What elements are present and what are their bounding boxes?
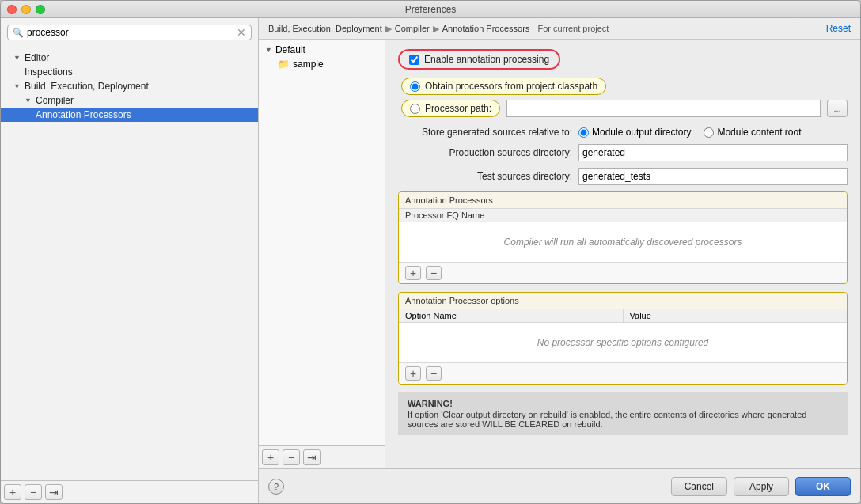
help-button[interactable]: ? [268,479,284,495]
annotation-options-box: Annotation Processor options Option Name… [398,292,848,385]
breadcrumb-part3: Annotation Processors [442,24,530,33]
profile-add-button[interactable]: + [262,449,279,465]
value-col-header: Value [624,309,848,322]
module-content-radio[interactable] [704,127,714,138]
add-processor-button[interactable]: + [405,266,421,280]
settings-panel: Enable annotation processing Obtain proc… [385,40,860,468]
profile-sample[interactable]: 📁 sample [259,57,385,71]
sidebar-bottom: + − ⇥ [1,480,258,503]
processor-empty-text: Compiler will run all automatically disc… [504,237,742,248]
browse-button[interactable]: ... [827,100,848,117]
sidebar-item-build-exec[interactable]: ▼ Build, Execution, Deployment [1,79,258,93]
sidebar-item-inspections[interactable]: Inspections [1,65,258,79]
reset-link[interactable]: Reset [826,23,851,34]
annotation-processors-body: Compiler will run all automatically disc… [399,222,847,262]
folder-icon: 📁 [278,59,290,70]
profile-arrow: ▼ [265,46,272,54]
enable-annotation-checkbox[interactable] [409,55,419,65]
close-button[interactable] [7,5,17,14]
sidebar-item-editor[interactable]: ▼ Editor [1,51,258,65]
profile-default[interactable]: ▼ Default [259,43,385,57]
option-name-col-header: Option Name [399,309,624,322]
sidebar-copy-button[interactable]: ⇥ [45,484,63,500]
enable-annotation-label: Enable annotation processing [424,54,549,65]
obtain-processors-label: Obtain processors from project classpath [425,81,597,92]
obtain-processors-highlight: Obtain processors from project classpath [401,78,606,95]
main-content: 🔍 ✕ ▼ Editor Inspections ▼ Build, Execut… [1,18,860,503]
sidebar-item-annotation-processors[interactable]: Annotation Processors [1,108,258,122]
module-output-option[interactable]: Module output directory [578,127,691,138]
action-buttons: Cancel Apply OK [671,477,851,496]
breadcrumb: Build, Execution, Deployment ▶ Compiler … [268,24,609,34]
annotation-options-bottom: + − [399,362,847,384]
obtain-processors-row: Obtain processors from project classpath [398,78,848,95]
breadcrumb-part2: Compiler [395,24,430,33]
module-output-radio[interactable] [578,127,589,138]
processor-path-highlight: Processor path: [401,100,500,117]
sidebar-remove-button[interactable]: − [25,484,42,500]
module-content-option[interactable]: Module content root [704,127,801,138]
options-table-header: Option Name Value [399,309,847,323]
search-bar: 🔍 ✕ [1,18,258,47]
options-empty-text: No processor-specific options configured [537,337,709,348]
profile-label: Default [275,44,305,55]
sidebar-item-label: Editor [25,52,49,63]
breadcrumb-arrow1: ▶ [385,24,392,34]
profile-copy-button[interactable]: ⇥ [303,449,321,465]
annotation-processors-title: Annotation Processors [399,192,847,209]
profile-sample-label: sample [293,59,324,70]
processor-fq-name-header: Processor FQ Name [399,209,847,222]
test-sources-row: Test sources directory: [398,168,848,185]
sidebar: 🔍 ✕ ▼ Editor Inspections ▼ Build, Execut… [1,18,259,503]
annotation-options-title: Annotation Processor options [399,293,847,309]
module-content-label: Module content root [717,127,801,138]
search-input[interactable] [27,27,233,38]
window-title: Preferences [405,4,457,15]
breadcrumb-part1: Build, Execution, Deployment [268,24,382,33]
store-generated-row: Store generated sources relative to: Mod… [398,127,848,138]
clear-search-icon[interactable]: ✕ [237,27,246,38]
profile-tree-bottom: + − ⇥ [259,445,385,468]
processor-path-input[interactable] [506,100,821,117]
annotation-options-body: No processor-specific options configured [399,323,847,362]
enable-annotation-row: Enable annotation processing [398,49,848,70]
traffic-lights [7,5,45,14]
cancel-button[interactable]: Cancel [671,477,727,496]
sidebar-item-compiler[interactable]: ▼ Compiler [1,93,258,108]
module-output-label: Module output directory [592,127,691,138]
apply-button[interactable]: Apply [734,477,789,496]
preferences-window: Preferences 🔍 ✕ ▼ Editor Inspections [0,0,861,504]
annotation-processors-bottom: + − [399,262,847,283]
search-wrapper: 🔍 ✕ [7,25,252,40]
add-option-button[interactable]: + [405,366,421,381]
content-area: ▼ Default 📁 sample + − [259,40,860,468]
store-generated-label: Store generated sources relative to: [398,127,572,138]
profile-remove-button[interactable]: − [283,449,300,465]
maximize-button[interactable] [36,5,45,14]
ok-button[interactable]: OK [795,477,851,496]
production-sources-label: Production sources directory: [398,147,572,158]
remove-processor-button[interactable]: − [426,266,442,280]
sidebar-add-button[interactable]: + [4,484,21,500]
arrow-icon: ▼ [13,54,21,62]
test-sources-input[interactable] [578,168,848,185]
test-sources-label: Test sources directory: [398,171,572,182]
remove-option-button[interactable]: − [426,366,442,381]
sidebar-item-label: Build, Execution, Deployment [25,81,149,92]
sidebar-item-label: Compiler [36,95,74,106]
sidebar-tree: ▼ Editor Inspections ▼ Build, Execution,… [1,47,258,480]
warning-box: WARNING! If option 'Clear output directo… [398,392,848,435]
right-panel: Build, Execution, Deployment ▶ Compiler … [259,18,860,503]
profile-tree: ▼ Default 📁 sample + − [259,40,385,468]
production-sources-row: Production sources directory: [398,144,848,161]
bottom-bar: ? Cancel Apply OK [259,468,860,503]
obtain-processors-radio[interactable] [410,81,420,92]
warning-text: If option 'Clear output directory on reb… [408,410,838,429]
minimize-button[interactable] [21,5,31,14]
profile-tree-content: ▼ Default 📁 sample [259,40,385,445]
processor-path-radio[interactable] [410,104,420,114]
breadcrumb-context: For current project [538,24,609,33]
processor-path-row: Processor path: ... [398,100,848,117]
production-sources-input[interactable] [578,144,848,161]
search-icon: 🔍 [13,28,24,38]
